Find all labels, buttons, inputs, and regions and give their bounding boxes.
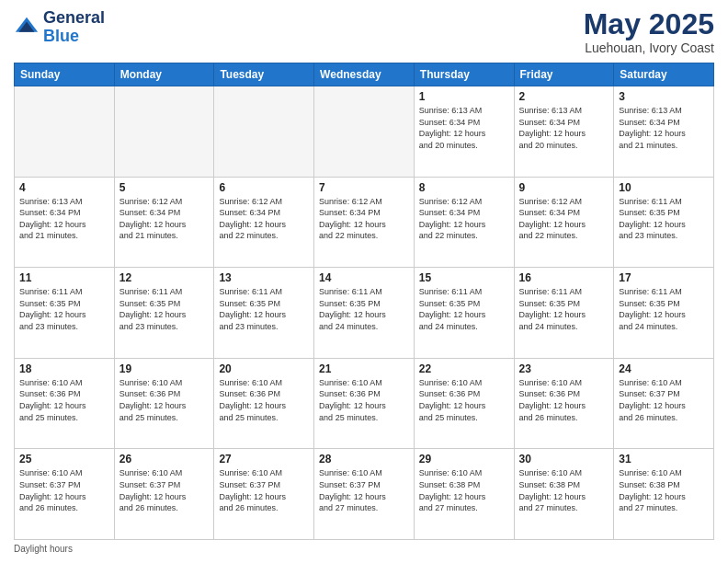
day-number: 31: [619, 453, 709, 465]
calendar-cell: 6Sunrise: 6:12 AM Sunset: 6:34 PM Daylig…: [214, 177, 314, 268]
calendar-cell: 29Sunrise: 6:10 AM Sunset: 6:38 PM Dayli…: [414, 449, 514, 540]
calendar-cell: 4Sunrise: 6:13 AM Sunset: 6:34 PM Daylig…: [15, 177, 115, 268]
calendar-cell: [214, 86, 314, 178]
day-info: Sunrise: 6:10 AM Sunset: 6:38 PM Dayligh…: [419, 467, 509, 513]
day-number: 29: [419, 453, 509, 465]
weekday-header: Saturday: [614, 63, 714, 86]
day-info: Sunrise: 6:12 AM Sunset: 6:34 PM Dayligh…: [319, 196, 409, 242]
month-title: May 2025: [584, 9, 714, 39]
day-number: 5: [119, 181, 210, 194]
day-number: 21: [319, 362, 409, 375]
logo-icon: [14, 15, 40, 40]
day-number: 14: [319, 271, 409, 284]
weekday-header: Monday: [114, 63, 214, 86]
day-number: 6: [219, 181, 309, 194]
day-info: Sunrise: 6:10 AM Sunset: 6:36 PM Dayligh…: [319, 377, 409, 423]
day-info: Sunrise: 6:10 AM Sunset: 6:37 PM Dayligh…: [319, 467, 409, 513]
day-number: 9: [519, 181, 609, 194]
calendar-week-row: 18Sunrise: 6:10 AM Sunset: 6:36 PM Dayli…: [15, 358, 714, 449]
day-number: 19: [119, 362, 210, 375]
day-info: Sunrise: 6:12 AM Sunset: 6:34 PM Dayligh…: [519, 196, 609, 242]
weekday-header: Tuesday: [214, 63, 314, 86]
calendar-cell: 5Sunrise: 6:12 AM Sunset: 6:34 PM Daylig…: [114, 177, 214, 268]
calendar-cell: 19Sunrise: 6:10 AM Sunset: 6:36 PM Dayli…: [114, 358, 214, 449]
calendar-cell: 20Sunrise: 6:10 AM Sunset: 6:36 PM Dayli…: [214, 358, 314, 449]
daylight-label: Daylight hours: [14, 544, 73, 554]
logo: General Blue: [14, 9, 105, 46]
day-info: Sunrise: 6:10 AM Sunset: 6:36 PM Dayligh…: [519, 377, 609, 423]
day-info: Sunrise: 6:12 AM Sunset: 6:34 PM Dayligh…: [219, 196, 309, 242]
header: General Blue May 2025 Luehouan, Ivory Co…: [14, 9, 714, 55]
calendar-cell: 27Sunrise: 6:10 AM Sunset: 6:37 PM Dayli…: [214, 449, 314, 540]
day-info: Sunrise: 6:11 AM Sunset: 6:35 PM Dayligh…: [319, 286, 409, 332]
calendar-cell: 17Sunrise: 6:11 AM Sunset: 6:35 PM Dayli…: [614, 268, 714, 359]
day-info: Sunrise: 6:12 AM Sunset: 6:34 PM Dayligh…: [119, 196, 210, 242]
day-number: 7: [319, 181, 409, 194]
calendar-cell: 24Sunrise: 6:10 AM Sunset: 6:37 PM Dayli…: [614, 358, 714, 449]
calendar-cell: 2Sunrise: 6:13 AM Sunset: 6:34 PM Daylig…: [514, 86, 614, 178]
day-number: 23: [519, 362, 609, 375]
day-info: Sunrise: 6:11 AM Sunset: 6:35 PM Dayligh…: [519, 286, 609, 332]
day-info: Sunrise: 6:10 AM Sunset: 6:36 PM Dayligh…: [19, 377, 109, 423]
page: General Blue May 2025 Luehouan, Ivory Co…: [0, 0, 728, 563]
day-info: Sunrise: 6:11 AM Sunset: 6:35 PM Dayligh…: [119, 286, 210, 332]
day-info: Sunrise: 6:11 AM Sunset: 6:35 PM Dayligh…: [619, 286, 709, 332]
day-info: Sunrise: 6:10 AM Sunset: 6:36 PM Dayligh…: [119, 377, 210, 423]
calendar-cell: 9Sunrise: 6:12 AM Sunset: 6:34 PM Daylig…: [514, 177, 614, 268]
weekday-header-row: SundayMondayTuesdayWednesdayThursdayFrid…: [15, 63, 714, 86]
calendar-cell: 18Sunrise: 6:10 AM Sunset: 6:36 PM Dayli…: [15, 358, 115, 449]
calendar-week-row: 11Sunrise: 6:11 AM Sunset: 6:35 PM Dayli…: [15, 268, 714, 359]
day-number: 10: [619, 181, 709, 194]
day-number: 2: [519, 90, 609, 103]
day-info: Sunrise: 6:10 AM Sunset: 6:37 PM Dayligh…: [219, 467, 309, 513]
location-subtitle: Luehouan, Ivory Coast: [584, 40, 714, 55]
calendar-cell: 8Sunrise: 6:12 AM Sunset: 6:34 PM Daylig…: [414, 177, 514, 268]
day-info: Sunrise: 6:12 AM Sunset: 6:34 PM Dayligh…: [419, 196, 509, 242]
footer: Daylight hours: [14, 544, 714, 554]
day-number: 17: [619, 271, 709, 284]
day-info: Sunrise: 6:11 AM Sunset: 6:35 PM Dayligh…: [419, 286, 509, 332]
day-number: 25: [19, 453, 109, 465]
calendar-cell: 31Sunrise: 6:10 AM Sunset: 6:38 PM Dayli…: [614, 449, 714, 540]
calendar-cell: [314, 86, 415, 178]
day-number: 27: [219, 453, 309, 465]
day-info: Sunrise: 6:13 AM Sunset: 6:34 PM Dayligh…: [419, 105, 509, 151]
calendar-week-row: 4Sunrise: 6:13 AM Sunset: 6:34 PM Daylig…: [15, 177, 714, 268]
day-info: Sunrise: 6:10 AM Sunset: 6:37 PM Dayligh…: [19, 467, 109, 513]
day-number: 24: [619, 362, 709, 375]
weekday-header: Wednesday: [314, 63, 415, 86]
calendar-week-row: 25Sunrise: 6:10 AM Sunset: 6:37 PM Dayli…: [15, 449, 714, 540]
day-number: 22: [419, 362, 509, 375]
day-number: 1: [419, 90, 509, 103]
day-number: 20: [219, 362, 309, 375]
calendar-cell: 15Sunrise: 6:11 AM Sunset: 6:35 PM Dayli…: [414, 268, 514, 359]
day-info: Sunrise: 6:13 AM Sunset: 6:34 PM Dayligh…: [519, 105, 609, 151]
day-info: Sunrise: 6:10 AM Sunset: 6:38 PM Dayligh…: [619, 467, 709, 513]
day-info: Sunrise: 6:13 AM Sunset: 6:34 PM Dayligh…: [19, 196, 109, 242]
day-info: Sunrise: 6:10 AM Sunset: 6:37 PM Dayligh…: [119, 467, 210, 513]
calendar-cell: 12Sunrise: 6:11 AM Sunset: 6:35 PM Dayli…: [114, 268, 214, 359]
day-info: Sunrise: 6:10 AM Sunset: 6:38 PM Dayligh…: [519, 467, 609, 513]
day-info: Sunrise: 6:10 AM Sunset: 6:36 PM Dayligh…: [219, 377, 309, 423]
day-number: 3: [619, 90, 709, 103]
calendar-cell: [15, 86, 115, 178]
day-number: 4: [19, 181, 109, 194]
day-info: Sunrise: 6:13 AM Sunset: 6:34 PM Dayligh…: [619, 105, 709, 151]
calendar-cell: 16Sunrise: 6:11 AM Sunset: 6:35 PM Dayli…: [514, 268, 614, 359]
day-number: 13: [219, 271, 309, 284]
calendar-cell: 21Sunrise: 6:10 AM Sunset: 6:36 PM Dayli…: [314, 358, 415, 449]
weekday-header: Thursday: [414, 63, 514, 86]
calendar-table: SundayMondayTuesdayWednesdayThursdayFrid…: [14, 63, 714, 540]
calendar-cell: 7Sunrise: 6:12 AM Sunset: 6:34 PM Daylig…: [314, 177, 415, 268]
calendar-cell: 11Sunrise: 6:11 AM Sunset: 6:35 PM Dayli…: [15, 268, 115, 359]
calendar-cell: 22Sunrise: 6:10 AM Sunset: 6:36 PM Dayli…: [414, 358, 514, 449]
day-number: 8: [419, 181, 509, 194]
calendar-cell: [114, 86, 214, 178]
title-block: May 2025 Luehouan, Ivory Coast: [584, 9, 714, 55]
day-info: Sunrise: 6:11 AM Sunset: 6:35 PM Dayligh…: [19, 286, 109, 332]
day-number: 26: [119, 453, 210, 465]
calendar-cell: 13Sunrise: 6:11 AM Sunset: 6:35 PM Dayli…: [214, 268, 314, 359]
calendar-week-row: 1Sunrise: 6:13 AM Sunset: 6:34 PM Daylig…: [15, 86, 714, 178]
day-number: 28: [319, 453, 409, 465]
day-number: 18: [19, 362, 109, 375]
